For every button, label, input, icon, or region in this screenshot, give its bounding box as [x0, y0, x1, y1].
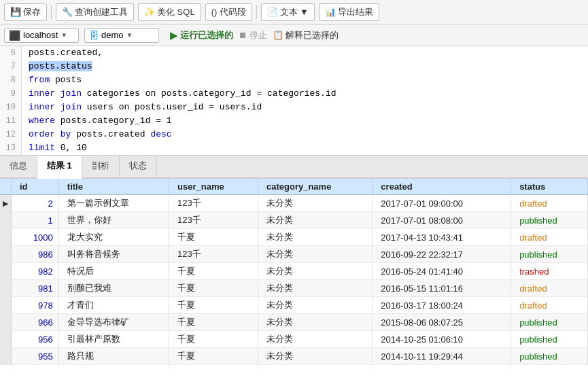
- table-row: 955路只规千夏未分类2014-10-11 19:29:44published: [0, 348, 588, 365]
- token: categories on posts.category_id = catego…: [87, 88, 336, 99]
- separator: [51, 5, 52, 19]
- cell-id: 966: [12, 314, 59, 331]
- cell-title: 世界，你好: [58, 212, 169, 229]
- code-button[interactable]: () 代码段: [205, 3, 252, 21]
- stop-icon: ⏹: [239, 30, 247, 40]
- code-line: 8from posts: [0, 73, 588, 87]
- cell-category-name: 未分类: [258, 348, 373, 365]
- code-line: 10inner join users on posts.user_id = us…: [0, 101, 588, 114]
- line-number: 10: [0, 101, 22, 114]
- cell-category-name: 未分类: [258, 246, 373, 263]
- cell-title: 金导导选布律矿: [58, 314, 169, 331]
- line-content: posts.created,: [22, 46, 103, 60]
- cell-status: published: [511, 331, 588, 348]
- tab-status[interactable]: 状态: [120, 156, 157, 177]
- run-selected-button[interactable]: ▶ 运行已选择的: [170, 29, 233, 41]
- cell-created: 2014-10-25 01:06:10: [373, 331, 511, 348]
- table-row: ▶2第一篇示例文章123千未分类2017-07-01 09:00:00draft…: [0, 195, 588, 212]
- col-status: status: [511, 179, 588, 195]
- col-id: id: [12, 179, 59, 195]
- token: from: [29, 75, 55, 85]
- token: where: [29, 116, 60, 126]
- tab-info[interactable]: 信息: [0, 156, 37, 177]
- line-content: limit 0, 10: [22, 141, 87, 155]
- cell-id: 982: [12, 263, 59, 280]
- cell-title: 叫务将音候务: [58, 246, 169, 263]
- row-indicator: [0, 246, 12, 263]
- col-title: title: [58, 179, 169, 195]
- token: users on posts.user_id = users.id: [87, 102, 262, 112]
- cell-created: 2016-03-17 18:00:24: [373, 297, 511, 314]
- cell-category-name: 未分类: [258, 263, 373, 280]
- token: order by: [29, 129, 76, 139]
- row-indicator: [0, 297, 12, 314]
- line-number: 13: [0, 141, 22, 155]
- cell-title: 龙大实究: [58, 229, 169, 246]
- cell-id: 956: [12, 331, 59, 348]
- line-number: 8: [0, 73, 22, 87]
- cell-created: 2016-05-24 01:41:40: [373, 263, 511, 280]
- table-row: 982特况后千夏未分类2016-05-24 01:41:40trashed: [0, 263, 588, 280]
- cell-created: 2017-04-13 10:43:41: [373, 229, 511, 246]
- query-builder-icon: 🔧: [62, 7, 73, 17]
- cell-created: 2014-10-11 19:29:44: [373, 348, 511, 365]
- cell-status: published: [511, 246, 588, 263]
- token: posts.created: [76, 129, 150, 139]
- connection-bar: ⬛ localhost ▼ 🗄 demo ▼ ▶ 运行已选择的 ⏹ 停止 📋 解…: [0, 24, 588, 46]
- database-icon: 🗄: [89, 30, 99, 41]
- toolbar: 💾 保存 🔧 查询创建工具 ✨ 美化 SQL () 代码段 📄 文本 ▼ 📊 导…: [0, 0, 588, 24]
- host-select[interactable]: ⬛ localhost ▼: [4, 28, 79, 43]
- cell-status: drafted: [511, 297, 588, 314]
- cell-user-name: 千夏: [169, 331, 258, 348]
- results-area[interactable]: idtitleuser_namecategory_namecreatedstat…: [0, 179, 588, 382]
- cell-title: 特况后: [58, 263, 169, 280]
- cell-created: 2017-07-01 08:08:00: [373, 212, 511, 229]
- col-category_name: category_name: [258, 179, 373, 195]
- tab-profile[interactable]: 剖析: [82, 156, 120, 177]
- line-number: 6: [0, 46, 22, 60]
- cell-status: published: [511, 348, 588, 365]
- code-editor[interactable]: 6posts.created,7posts.status8from posts9…: [0, 46, 588, 156]
- cell-status: trashed: [511, 263, 588, 280]
- beautify-sql-button[interactable]: ✨ 美化 SQL: [138, 3, 201, 21]
- text-button[interactable]: 📄 文本 ▼: [261, 3, 315, 21]
- export-button[interactable]: 📊 导出结果: [319, 3, 379, 21]
- cell-status: drafted: [511, 229, 588, 246]
- save-icon: 💾: [10, 7, 21, 17]
- cell-id: 986: [12, 246, 59, 263]
- code-line: 6posts.created,: [0, 46, 588, 60]
- tab-results1[interactable]: 结果 1: [37, 156, 82, 179]
- explain-button[interactable]: 📋 解释已选择的: [273, 29, 339, 41]
- database-select[interactable]: 🗄 demo ▼: [84, 28, 159, 43]
- cell-user-name: 千夏: [169, 280, 258, 297]
- table-row: 1世界，你好123千未分类2017-07-01 08:08:00publishe…: [0, 212, 588, 229]
- dropdown-arrow-icon: ▼: [300, 7, 309, 17]
- cell-user-name: 123千: [169, 246, 258, 263]
- query-builder-button[interactable]: 🔧 查询创建工具: [56, 3, 134, 21]
- col-indicator: [0, 179, 12, 195]
- line-number: 12: [0, 128, 22, 141]
- explain-icon: 📋: [273, 30, 283, 40]
- stop-button[interactable]: ⏹ 停止: [239, 29, 267, 41]
- cell-id: 2: [12, 195, 59, 212]
- export-icon: 📊: [325, 7, 336, 17]
- cell-created: 2015-08-06 08:07:25: [373, 314, 511, 331]
- tabs-bar: 信息结果 1剖析状态: [0, 156, 588, 179]
- token: posts.status: [29, 61, 92, 71]
- cell-category-name: 未分类: [258, 229, 373, 246]
- cell-status: published: [511, 314, 588, 331]
- play-icon: ▶: [170, 30, 177, 41]
- cell-user-name: 千夏: [169, 229, 258, 246]
- cell-title: 第一篇示例文章: [58, 195, 169, 212]
- results-table: idtitleuser_namecategory_namecreatedstat…: [0, 179, 588, 365]
- table-row: 1000龙大实究千夏未分类2017-04-13 10:43:41drafted: [0, 229, 588, 246]
- cell-user-name: 123千: [169, 195, 258, 212]
- db-dropdown-icon: ▼: [126, 31, 133, 39]
- cell-id: 955: [12, 348, 59, 365]
- separator2: [256, 5, 257, 19]
- cell-id: 1: [12, 212, 59, 229]
- save-button[interactable]: 💾 保存: [4, 3, 47, 21]
- cell-id: 1000: [12, 229, 59, 246]
- cell-title: 引最林产原数: [58, 331, 169, 348]
- code-line: 12order by posts.created desc: [0, 128, 588, 141]
